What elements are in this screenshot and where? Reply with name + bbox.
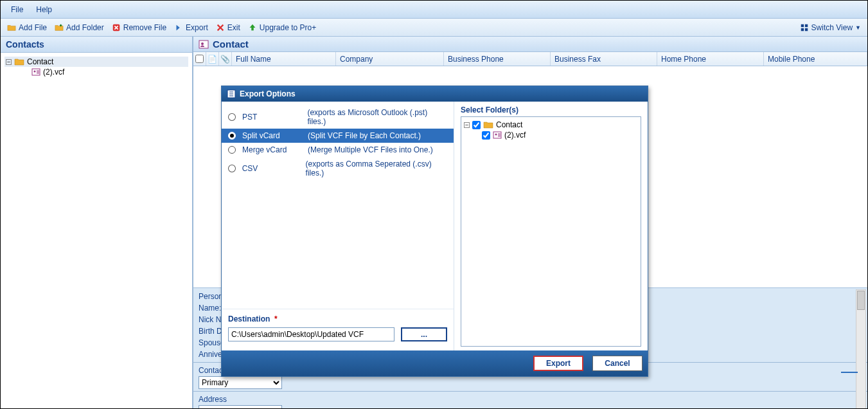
folders-tree[interactable]: − Contact (2).vcf: [461, 116, 641, 347]
dialog-title: Export Options: [240, 89, 296, 98]
export-options-pane: PST (exports as Microsoft Outlook (.pst)…: [222, 102, 454, 350]
option-pst[interactable]: PST (exports as Microsoft Outlook (.pst)…: [222, 105, 454, 129]
radio-pst[interactable]: [228, 113, 236, 121]
switch-view-label: Switch View: [811, 23, 853, 32]
folder-checkbox-vcf[interactable]: [482, 131, 490, 140]
contact-icon: [199, 39, 209, 50]
add-folder-button[interactable]: Add Folder: [51, 22, 108, 33]
col-business-phone[interactable]: Business Phone: [444, 52, 551, 66]
dialog-footer: Export Cancel: [222, 350, 648, 376]
menu-file[interactable]: File: [4, 3, 30, 17]
upgrade-icon: [248, 23, 257, 32]
contact-card-icon: [493, 131, 502, 140]
tree-root-contact[interactable]: − Contact: [4, 57, 188, 67]
folder-row-vcf[interactable]: (2).vcf: [464, 130, 638, 140]
option-split-vcard-name: Split vCard: [242, 131, 301, 140]
option-pst-desc: (exports as Microsoft Outlook (.pst) fil…: [307, 108, 447, 126]
col-business-fax[interactable]: Business Fax: [551, 52, 657, 66]
toolbar: Add File Add Folder Remove File Export E…: [1, 19, 867, 37]
option-split-vcard-desc: (Split VCF File by Each Contact.): [308, 131, 421, 140]
radio-csv[interactable]: [228, 165, 236, 172]
column-headers: 📄 📎 Full Name Company Business Phone Bus…: [193, 52, 867, 66]
browse-button[interactable]: ...: [401, 327, 447, 341]
switch-view-button[interactable]: Switch View ▼: [796, 22, 865, 33]
tree-file-label: (2).vcf: [43, 68, 64, 77]
folder-open-icon: [7, 23, 16, 32]
home-select[interactable]: Home:: [199, 405, 282, 409]
tree-collapse-icon[interactable]: −: [6, 59, 12, 65]
svg-point-9: [201, 42, 204, 45]
remove-icon: [112, 23, 121, 32]
col-checkbox[interactable]: [193, 52, 206, 66]
tree-file-vcf[interactable]: (2).vcf: [4, 67, 188, 77]
destination-section: Destination * ...: [222, 309, 454, 350]
dialog-export-button[interactable]: Export: [533, 356, 583, 371]
option-pst-name: PST: [242, 113, 301, 122]
exit-button[interactable]: Exit: [212, 22, 244, 33]
svg-rect-2: [801, 24, 803, 26]
select-all-checkbox[interactable]: [195, 55, 204, 63]
sidebar: Contacts − Contact (2).vcf: [1, 37, 193, 408]
menu-help[interactable]: Help: [30, 3, 58, 17]
col-company[interactable]: Company: [336, 52, 444, 66]
col-fullname[interactable]: Full Name: [232, 52, 336, 66]
tree-collapse-icon[interactable]: −: [464, 122, 470, 128]
main-header: Contact: [193, 37, 867, 52]
select-folders-label: Select Folder(s): [461, 105, 641, 114]
select-folders-pane: Select Folder(s) − Contact (2).vcf: [454, 102, 648, 350]
dialog-titlebar[interactable]: Export Options: [222, 86, 648, 102]
option-merge-vcard[interactable]: Merge vCard (Merge Multiple VCF Files in…: [222, 143, 454, 157]
export-icon: [174, 23, 183, 32]
col-mobile-phone[interactable]: Mobile Phone: [764, 52, 867, 66]
option-merge-vcard-desc: (Merge Multiple VCF Files into One.): [308, 145, 433, 154]
upgrade-label: Upgrade to Pro+: [260, 23, 316, 32]
chevron-down-icon: ▼: [855, 24, 861, 31]
svg-point-12: [495, 134, 497, 136]
separator-line: [841, 372, 858, 373]
dialog-cancel-button[interactable]: Cancel: [592, 356, 642, 371]
upgrade-button[interactable]: Upgrade to Pro+: [244, 22, 320, 33]
main-title: Contact: [213, 39, 249, 50]
option-csv-name: CSV: [242, 164, 299, 173]
option-csv[interactable]: CSV (exports as Comma Seperated (.csv) f…: [222, 157, 454, 180]
remove-file-button[interactable]: Remove File: [108, 22, 170, 33]
folder-row-contact[interactable]: − Contact: [464, 120, 638, 130]
tree-root-label: Contact: [27, 57, 53, 66]
exit-label: Exit: [227, 23, 240, 32]
export-options-dialog: Export Options PST (exports as Microsoft…: [221, 86, 648, 377]
svg-rect-5: [804, 28, 807, 30]
svg-point-7: [34, 71, 36, 73]
option-merge-vcard-name: Merge vCard: [242, 145, 301, 154]
option-split-vcard[interactable]: Split vCard (Split VCF File by Each Cont…: [222, 129, 454, 143]
option-csv-desc: (exports as Comma Seperated (.csv) files…: [306, 159, 447, 177]
folder-plus-icon: [55, 23, 64, 32]
col-home-phone[interactable]: Home Phone: [657, 52, 764, 66]
add-file-label: Add File: [19, 23, 47, 32]
vertical-scrollbar[interactable]: [856, 289, 866, 409]
remove-file-label: Remove File: [123, 23, 166, 32]
exit-icon: [216, 23, 225, 32]
folder-icon: [14, 57, 24, 66]
scrollbar-thumb[interactable]: [857, 291, 865, 310]
folder-checkbox-contact[interactable]: [472, 121, 481, 129]
radio-split-vcard[interactable]: [228, 132, 236, 140]
col-attachment-icon[interactable]: 📎: [219, 52, 232, 66]
svg-rect-4: [801, 28, 803, 30]
folder-icon: [483, 120, 493, 129]
contacts-tree[interactable]: − Contact (2).vcf: [1, 53, 192, 408]
svg-rect-3: [804, 24, 807, 26]
menu-bar: File Help: [1, 1, 867, 19]
grid-icon: [800, 23, 809, 32]
add-file-button[interactable]: Add File: [3, 22, 51, 33]
col-flag-icon[interactable]: 📄: [206, 52, 219, 66]
sidebar-title: Contacts: [1, 37, 192, 53]
primary-select[interactable]: Primary: [199, 376, 282, 389]
add-folder-label: Add Folder: [66, 23, 104, 32]
export-button[interactable]: Export: [170, 22, 212, 33]
dialog-icon: [227, 89, 236, 98]
contact-card-icon: [31, 68, 40, 77]
destination-input[interactable]: [228, 327, 394, 341]
export-label: Export: [186, 23, 208, 32]
destination-label: Destination *: [228, 314, 447, 323]
radio-merge-vcard[interactable]: [228, 146, 236, 154]
